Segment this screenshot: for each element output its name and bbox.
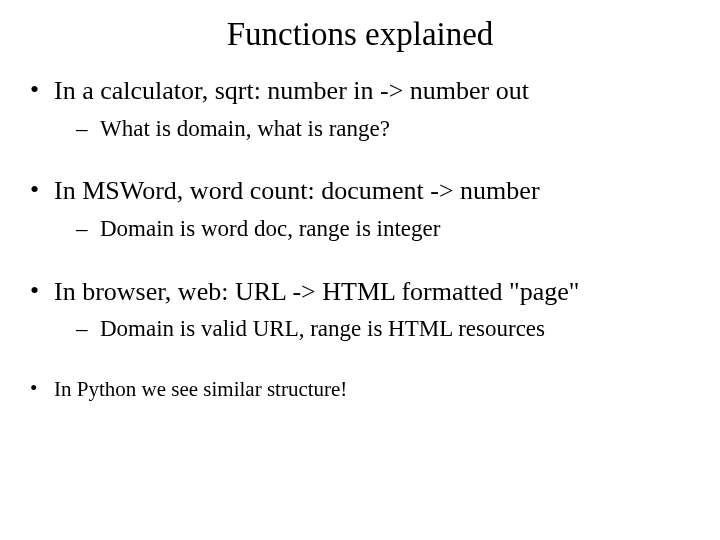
bullet-list: In a calculator, sqrt: number in -> numb… <box>28 75 692 402</box>
bullet-text: In Python we see similar structure! <box>54 377 347 401</box>
bullet-item: In MSWord, word count: document -> numbe… <box>28 175 692 243</box>
sub-item: Domain is valid URL, range is HTML resou… <box>76 314 692 344</box>
sub-list: Domain is valid URL, range is HTML resou… <box>54 314 692 344</box>
bullet-item: In a calculator, sqrt: number in -> numb… <box>28 75 692 143</box>
slide-title: Functions explained <box>28 16 692 53</box>
sub-item: Domain is word doc, range is integer <box>76 214 692 244</box>
bullet-text: In a calculator, sqrt: number in -> numb… <box>54 76 529 105</box>
bullet-text: In MSWord, word count: document -> numbe… <box>54 176 540 205</box>
sub-list: Domain is word doc, range is integer <box>54 214 692 244</box>
bullet-text: In browser, web: URL -> HTML formatted "… <box>54 277 579 306</box>
sub-list: What is domain, what is range? <box>54 114 692 144</box>
bullet-item: In Python we see similar structure! <box>28 376 692 402</box>
sub-item: What is domain, what is range? <box>76 114 692 144</box>
bullet-item: In browser, web: URL -> HTML formatted "… <box>28 276 692 344</box>
